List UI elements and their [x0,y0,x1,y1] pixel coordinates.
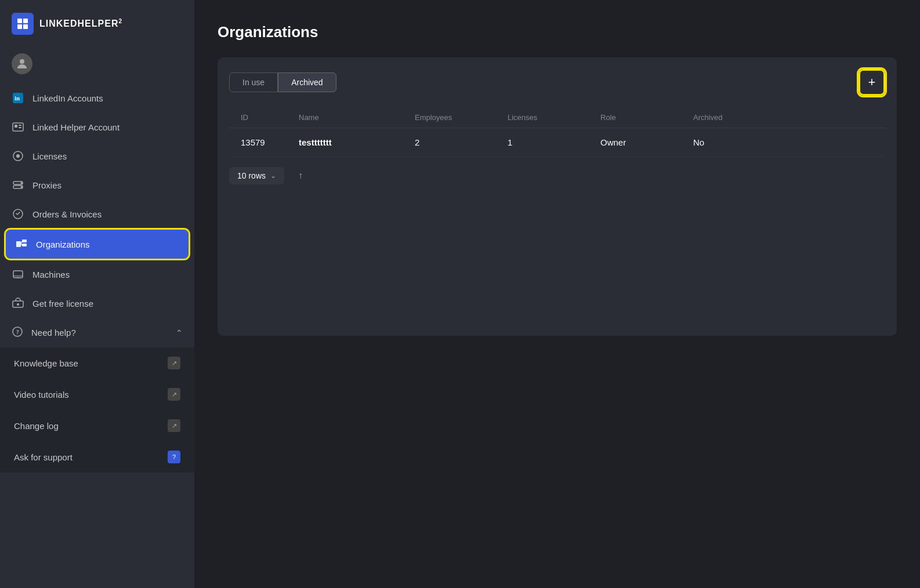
sidebar-item-linked-helper-account[interactable]: Linked Helper Account [0,112,194,141]
external-link-icon-2: ↗ [168,388,180,401]
sidebar-item-get-free-license-label: Get free license [32,299,93,308]
organizations-icon [15,238,28,251]
add-organization-button[interactable]: + [859,69,885,96]
knowledge-base-label: Knowledge base [14,358,78,368]
chevron-up-icon: ⌃ [176,328,183,337]
ask-for-support-label: Ask for support [14,452,73,462]
orders-icon [12,208,24,220]
rows-per-page-select[interactable]: 10 rows ⌄ [229,167,284,184]
organizations-card: In use Archived + ID Name Employees Lice… [218,57,897,336]
avatar[interactable] [12,53,32,74]
logo-text: LINKEDHELPER2 [39,18,122,29]
svg-point-12 [16,154,20,158]
col-header-employees: Employees [415,113,508,122]
svg-point-15 [21,182,23,184]
sidebar-item-machines[interactable]: Machines [0,260,194,289]
cell-archived: No [693,137,786,147]
table-row[interactable]: 13579 testtttttt 2 1 Owner No [229,128,885,157]
svg-rect-3 [23,24,28,29]
external-link-icon: ↗ [168,357,180,369]
svg-rect-9 [19,125,21,126]
cell-employees: 2 [415,137,508,147]
svg-rect-10 [19,127,21,128]
sidebar-nav: in LinkedIn Accounts Linked Helper Accou… [0,84,194,588]
svg-point-27 [17,303,19,306]
sidebar-item-licenses-label: Licenses [32,151,67,161]
svg-line-22 [21,244,22,245]
organizations-table: ID Name Employees Licenses Role Archived… [229,107,885,157]
sidebar-item-change-log[interactable]: Change log ↗ [0,410,194,441]
sidebar-item-proxies[interactable]: Proxies [0,170,194,199]
sidebar-item-proxies-label: Proxies [32,180,61,190]
external-link-icon-3: ↗ [168,419,180,432]
svg-rect-20 [22,244,27,246]
sidebar-item-orders-invoices[interactable]: Orders & Invoices [0,199,194,228]
linkedin-icon: in [12,92,24,104]
sidebar: LINKEDHELPER2 in LinkedIn Accounts [0,0,194,588]
chevron-down-icon: ⌄ [270,172,276,180]
svg-point-4 [20,59,24,64]
sidebar-item-linkedin-accounts[interactable]: in LinkedIn Accounts [0,84,194,112]
svg-rect-8 [15,125,17,128]
sidebar-item-linkedin-accounts-label: LinkedIn Accounts [32,93,103,103]
tabs-bar: In use Archived + [229,69,885,96]
sidebar-item-machines-label: Machines [32,270,70,280]
tab-archived[interactable]: Archived [278,72,336,92]
cell-id: 13579 [241,137,299,147]
get-free-license-icon [12,297,24,310]
svg-rect-23 [13,271,23,278]
sidebar-item-ask-for-support[interactable]: Ask for support ? [0,441,194,473]
pagination-row: 10 rows ⌄ ↑ [229,166,885,185]
logo-icon [12,13,34,35]
svg-rect-7 [13,123,23,131]
svg-point-16 [21,186,23,188]
linked-helper-account-icon [12,121,24,133]
sidebar-item-need-help[interactable]: ? Need help? ⌃ [0,318,194,347]
page-title: Organizations [218,23,897,41]
svg-rect-0 [17,19,22,23]
logo: LINKEDHELPER2 [0,0,194,48]
svg-rect-2 [17,24,22,29]
col-header-id: ID [241,113,299,122]
col-header-role: Role [600,113,693,122]
change-log-label: Change log [14,421,59,431]
main-content: Organizations In use Archived + ID Name … [194,0,920,588]
cell-name: testtttttt [299,137,415,147]
cell-licenses: 1 [508,137,600,147]
svg-text:in: in [15,95,20,101]
sidebar-item-licenses[interactable]: Licenses [0,141,194,170]
svg-rect-19 [22,239,27,242]
sidebar-item-orders-label: Orders & Invoices [32,209,102,219]
svg-text:?: ? [16,328,20,335]
licenses-icon [12,150,24,162]
svg-line-21 [21,241,22,244]
need-help-label: Need help? [31,328,76,337]
sidebar-item-organizations-label: Organizations [36,239,90,249]
table-header: ID Name Employees Licenses Role Archived [229,107,885,128]
tab-group: In use Archived [229,72,336,92]
avatar-container[interactable] [0,48,194,84]
sidebar-item-linked-helper-account-label: Linked Helper Account [32,122,119,132]
tab-in-use[interactable]: In use [229,72,278,92]
col-header-name: Name [299,113,415,122]
sub-nav: Knowledge base ↗ Video tutorials ↗ Chang… [0,347,194,473]
machines-icon [12,268,24,281]
rows-per-page-label: 10 rows [237,171,266,180]
sidebar-item-video-tutorials[interactable]: Video tutorials ↗ [0,379,194,410]
svg-rect-1 [23,19,28,23]
help-circle-icon: ? [168,451,180,463]
sidebar-item-knowledge-base[interactable]: Knowledge base ↗ [0,347,194,379]
need-help-icon: ? [12,326,23,339]
scroll-up-button[interactable]: ↑ [291,166,310,185]
sidebar-item-organizations[interactable]: Organizations [6,230,189,259]
cell-role: Owner [600,137,693,147]
svg-rect-18 [16,241,21,247]
sidebar-item-get-free-license[interactable]: Get free license [0,289,194,318]
col-header-licenses: Licenses [508,113,600,122]
proxies-icon [12,179,24,191]
col-header-archived: Archived [693,113,786,122]
video-tutorials-label: Video tutorials [14,390,69,400]
